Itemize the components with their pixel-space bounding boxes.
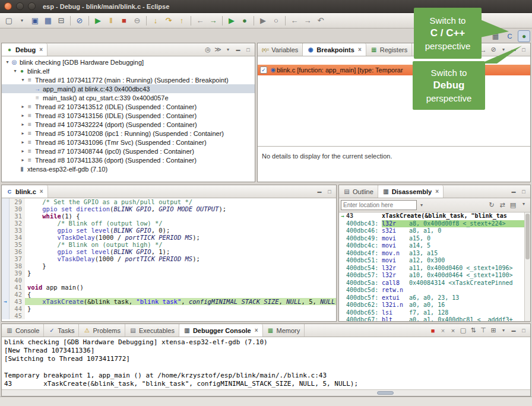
maximize-icon[interactable]: □ bbox=[325, 189, 334, 195]
maximize-icon[interactable]: □ bbox=[243, 47, 253, 53]
disassembly-row[interactable]: 400dbc4f:mov.na13, a15 bbox=[339, 250, 524, 258]
editor-line[interactable]: 32 /* Blink off (output low) */ bbox=[2, 220, 336, 227]
debug-tree-row[interactable]: →app_main() at blink.c:43 0x400dbc43 bbox=[2, 84, 255, 93]
debug-tree-row[interactable]: ▸≡Thread #2 1073413512 (IDLE) (Suspended… bbox=[2, 102, 255, 111]
maximize-icon[interactable]: □ bbox=[519, 47, 528, 53]
remove-launch-icon[interactable]: × bbox=[438, 327, 448, 334]
editor-line[interactable]: 36 gpio_set_level(BLINK_GPIO, 1); bbox=[2, 248, 336, 255]
tab-tasks[interactable]: ✓Tasks bbox=[44, 324, 79, 337]
maximize-icon[interactable]: □ bbox=[519, 189, 528, 195]
step-over-button[interactable]: ↷ bbox=[163, 15, 175, 27]
debug-tree-row[interactable]: ≡main_task() at cpu_start.c:339 0x400d05… bbox=[2, 93, 255, 102]
editor-line[interactable]: 35 /* Blink on (output high) */ bbox=[2, 241, 336, 248]
print-button[interactable]: ⊟ bbox=[55, 15, 67, 27]
debugger-console-output[interactable]: blink checking [GDB Hardware Debugging] … bbox=[2, 337, 530, 389]
disassembly-row[interactable]: 400dbc51:movia12, 0x300 bbox=[339, 257, 524, 265]
tree-expander-icon[interactable]: ▸ bbox=[20, 113, 26, 118]
external-tools-button[interactable]: ▶ bbox=[257, 15, 269, 27]
editor-line[interactable]: 30 gpio_set_direction(BLINK_GPIO, GPIO_M… bbox=[2, 205, 336, 212]
disassembly-row[interactable]: 400dbc46:s32ia8, a1, 0 bbox=[339, 227, 524, 235]
tree-expander-icon[interactable]: ▸ bbox=[20, 122, 26, 127]
disasm-scrollbar[interactable] bbox=[524, 212, 530, 321]
skip-all-breakpoints-icon[interactable]: ⊘ bbox=[489, 46, 498, 53]
tab-memory[interactable]: ▦Memory bbox=[263, 324, 305, 337]
suspend-button[interactable]: ‖ bbox=[105, 15, 117, 27]
disassembly-row[interactable]: 400dbc57:l32ra10, 0x400d0464 <_stext+110… bbox=[339, 272, 524, 280]
tab-debugger-console[interactable]: ▥Debugger Console× bbox=[179, 324, 263, 337]
save-button[interactable]: ▣ bbox=[29, 15, 41, 27]
tree-expander-icon[interactable]: ▾ bbox=[4, 59, 11, 65]
location-input[interactable] bbox=[341, 200, 417, 210]
save-all-button[interactable]: ▦ bbox=[42, 15, 54, 27]
code-editor[interactable]: 29 /* Set the GPIO as a push/pull output… bbox=[2, 198, 336, 321]
forward-button[interactable]: → bbox=[302, 15, 314, 27]
debug-tree-row[interactable]: ▸≡Thread #5 1073410208 (ipc1 : Running) … bbox=[2, 129, 255, 138]
editor-line[interactable]: 44} bbox=[2, 305, 336, 312]
debug-button[interactable]: ● bbox=[239, 15, 251, 27]
editor-line[interactable]: 29 /* Set the GPIO as a push/pull output… bbox=[2, 198, 336, 205]
editor-line[interactable]: 40 bbox=[2, 277, 336, 284]
window-maximize-button[interactable] bbox=[28, 2, 36, 10]
instruction-stepping-button[interactable]: → bbox=[207, 15, 219, 27]
resume-button[interactable]: ▶ bbox=[92, 15, 104, 27]
tree-expander-icon[interactable]: ▸ bbox=[20, 157, 26, 163]
tree-expander-icon[interactable]: ▸ bbox=[20, 131, 26, 136]
tab-breakpoints[interactable]: ◉Breakpoints× bbox=[303, 43, 366, 56]
disassembly-row[interactable]: 400dbc4c:movia14, 5 bbox=[339, 242, 524, 250]
breakpoint-row[interactable]: ✓ ◉ blink.c [function: app_main] [type: … bbox=[258, 65, 530, 75]
tab-executables[interactable]: ▤Executables bbox=[125, 324, 179, 337]
pin-console-icon[interactable]: ⊤ bbox=[479, 326, 488, 334]
last-edit-button[interactable]: ↶ bbox=[315, 15, 327, 27]
disassembly-row[interactable]: 400dbc62:l32i.na0, a0, 16 bbox=[339, 302, 524, 309]
view-menu-icon[interactable]: ▾ bbox=[223, 47, 233, 52]
tree-expander-icon[interactable]: ▸ bbox=[20, 148, 26, 154]
refresh-disasm-icon[interactable]: ↻ bbox=[487, 201, 496, 209]
disassembly-row[interactable]: 400dbc65:lsif7, a1, 128 bbox=[339, 309, 524, 317]
tab-close-icon[interactable]: × bbox=[435, 188, 439, 195]
editor-line[interactable]: →43 xTaskCreate(&blink_task, "blink_task… bbox=[2, 298, 336, 305]
view-menu-icon[interactable]: ▾ bbox=[499, 328, 508, 333]
disassembly-row[interactable]: 400dbc49:movia15, 0 bbox=[339, 235, 524, 243]
debug-tree-row[interactable]: ▮xtensa-esp32-elf-gdb (7.10) bbox=[2, 164, 255, 173]
console-horizontal-scrollbar[interactable] bbox=[2, 389, 530, 396]
step-into-button[interactable]: ↓ bbox=[150, 15, 162, 27]
terminate-console-icon[interactable]: ■ bbox=[428, 327, 438, 334]
open-console-icon[interactable]: ⊞ bbox=[489, 326, 498, 334]
run-button[interactable]: ▶ bbox=[226, 15, 238, 27]
tab-close-icon[interactable]: × bbox=[40, 188, 43, 195]
tree-expander-icon[interactable]: ▾ bbox=[20, 77, 26, 83]
step-filters-icon[interactable]: ≫ bbox=[213, 46, 223, 53]
breakpoint-checkbox[interactable]: ✓ bbox=[260, 66, 267, 74]
tab-blink-c[interactable]: Cblink.c× bbox=[2, 185, 48, 198]
disassembly-row[interactable]: 400dbc5f:extuia6, a0, 23, 13 bbox=[339, 294, 524, 302]
tab-close-icon[interactable]: × bbox=[255, 327, 258, 334]
terminate-button[interactable]: ■ bbox=[118, 15, 130, 27]
maximize-icon[interactable]: □ bbox=[519, 328, 528, 334]
debug-tree-row[interactable]: ▸≡Thread #6 1073431096 (Tmr Svc) (Suspen… bbox=[2, 138, 255, 147]
disassembly-row[interactable]: 400dbc54:l32ra11, 0x400d0460 <_stext+109… bbox=[339, 265, 524, 272]
editor-line[interactable]: 41void app_main() bbox=[2, 284, 336, 291]
back-button[interactable]: ← bbox=[289, 15, 300, 27]
tab-console[interactable]: ▥Console bbox=[2, 324, 44, 337]
debug-tree-row[interactable]: ▾◎blink checking [GDB Hardware Debugging… bbox=[2, 58, 255, 66]
disasm-scrollbar-thumb[interactable] bbox=[525, 214, 530, 259]
tab-variables[interactable]: (x)=Variables bbox=[258, 43, 303, 56]
connect-target-icon[interactable]: ◎ bbox=[203, 46, 213, 53]
drop-to-frame-button[interactable]: ← bbox=[194, 15, 206, 27]
disasm-menu-icon[interactable]: ▾ bbox=[519, 201, 528, 209]
tab-outline[interactable]: ▤Outline bbox=[339, 185, 378, 198]
minimize-icon[interactable]: ▬ bbox=[509, 328, 518, 332]
minimize-icon[interactable]: ▬ bbox=[509, 189, 518, 194]
editor-line[interactable]: 42{ bbox=[2, 291, 336, 298]
disassembly-row[interactable]: 400dbc43:l32ra8, 0x400d00f8 <_stext+224> bbox=[339, 220, 524, 228]
disassembly-source-row[interactable]: →43xTaskCreate(&blink_task, "blink_tas bbox=[339, 212, 524, 220]
editor-line[interactable]: 37 vTaskDelay(1000 / portTICK_PERIOD_MS)… bbox=[2, 255, 336, 262]
tab-registers[interactable]: ▦Registers bbox=[366, 43, 412, 56]
editor-line[interactable]: 45 bbox=[2, 312, 336, 319]
tree-expander-icon[interactable]: ▸ bbox=[20, 139, 26, 145]
disassembly-row[interactable]: 400dbc5a:call80x40084314 <xTaskCreatePin… bbox=[339, 280, 524, 287]
tree-expander-icon[interactable]: ▾ bbox=[12, 68, 18, 74]
tab-close-icon[interactable]: × bbox=[39, 46, 43, 53]
clear-console-icon[interactable]: ▢ bbox=[458, 326, 468, 334]
debug-tree-row[interactable]: ▾≡Thread #1 1073411772 (main : Running) … bbox=[2, 75, 255, 84]
